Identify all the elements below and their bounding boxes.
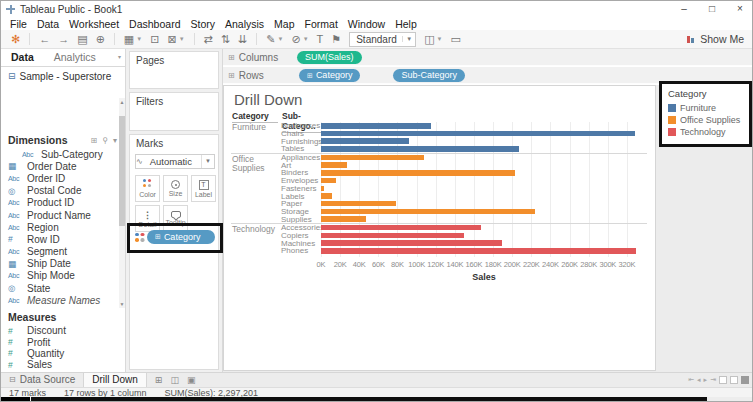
save-icon[interactable]: ▤ bbox=[73, 31, 91, 47]
fix-axes-icon[interactable]: ⚑ bbox=[327, 31, 345, 47]
bar-binders[interactable] bbox=[321, 170, 515, 176]
columns-shelf[interactable]: ⊞ Columns SUM(Sales) bbox=[223, 49, 753, 66]
scroll-thumb[interactable] bbox=[119, 116, 125, 226]
marks-button-label[interactable]: TLabel bbox=[191, 175, 216, 202]
undo-icon[interactable]: ← bbox=[35, 31, 54, 47]
new-story-icon[interactable]: ▣ bbox=[187, 375, 196, 385]
tableau-logo-icon[interactable]: ✻ bbox=[7, 31, 24, 47]
new-worksheet-icon[interactable]: ⊞ bbox=[155, 375, 163, 385]
show-tabs-tile[interactable] bbox=[719, 376, 727, 384]
sort-menu-icon[interactable]: ▾ bbox=[113, 136, 117, 145]
presentation-mode-icon[interactable]: ▭ bbox=[447, 31, 465, 47]
new-dashboard-icon[interactable]: ◫ bbox=[170, 375, 179, 385]
field-postal-code[interactable]: ◎Postal Code bbox=[1, 185, 119, 197]
legend-item-furniture[interactable]: Furniture bbox=[668, 102, 743, 114]
highlight-icon[interactable]: ✎▼ bbox=[262, 31, 287, 47]
menu-story[interactable]: Story bbox=[185, 18, 220, 30]
duplicate-sheet-icon[interactable]: ⊡ bbox=[146, 31, 163, 47]
tab-nav-last-icon[interactable]: ⇥ bbox=[710, 376, 716, 384]
menu-window[interactable]: Window bbox=[343, 18, 390, 30]
pane-menu-icon[interactable]: ▾ bbox=[118, 49, 125, 66]
group-members-icon[interactable]: ⊘▼ bbox=[287, 31, 312, 47]
bar-tables[interactable] bbox=[321, 146, 519, 152]
mark-type-dropdown[interactable]: ∿ Automatic ▼ bbox=[135, 154, 215, 169]
maximize-button[interactable]: □ bbox=[698, 1, 726, 17]
bar-furnishings[interactable] bbox=[321, 138, 409, 144]
new-data-source-icon[interactable]: ⊕ bbox=[92, 31, 109, 47]
bar-art[interactable] bbox=[321, 162, 347, 168]
find-field-icon[interactable]: ⚲ bbox=[102, 136, 108, 145]
tab-analytics[interactable]: Analytics bbox=[44, 49, 106, 66]
tab-nav-next-icon[interactable]: ▸ bbox=[704, 376, 708, 384]
close-button[interactable]: × bbox=[726, 1, 753, 17]
bar-paper[interactable] bbox=[321, 201, 396, 207]
field-profit[interactable]: #Profit bbox=[1, 336, 119, 347]
legend-item-technology[interactable]: Technology bbox=[668, 126, 743, 138]
menu-format[interactable]: Format bbox=[300, 18, 343, 30]
legend-item-office-supplies[interactable]: Office Supplies bbox=[668, 114, 743, 126]
fit-mode-select[interactable]: Standard ▼ bbox=[349, 32, 416, 47]
clear-sheet-icon[interactable]: ⊠▼ bbox=[163, 31, 188, 47]
menu-file[interactable]: File bbox=[5, 18, 32, 30]
field-order-id[interactable]: AbcOrder ID bbox=[1, 172, 119, 184]
field-region[interactable]: AbcRegion bbox=[1, 221, 119, 233]
menu-map[interactable]: Map bbox=[269, 18, 299, 30]
menu-worksheet[interactable]: Worksheet bbox=[64, 18, 124, 30]
bar-envelopes[interactable] bbox=[321, 178, 336, 184]
menu-analysis[interactable]: Analysis bbox=[220, 18, 269, 30]
field-order-date[interactable]: ▦Order Date bbox=[1, 160, 119, 172]
field-discount[interactable]: #Discount bbox=[1, 325, 119, 336]
field-sales[interactable]: #Sales bbox=[1, 359, 119, 370]
minimize-button[interactable]: – bbox=[670, 1, 698, 17]
bar-fasteners[interactable] bbox=[321, 186, 324, 192]
tab-drill-down[interactable]: Drill Down bbox=[83, 373, 147, 387]
field-ship-date[interactable]: ▦Ship Date bbox=[1, 258, 119, 270]
scroll-up-icon[interactable]: ▲ bbox=[119, 99, 125, 105]
bar-bookcases[interactable] bbox=[321, 123, 431, 129]
menu-help[interactable]: Help bbox=[390, 18, 422, 30]
show-filmstrip-tile[interactable] bbox=[730, 376, 738, 384]
view-grid-icon[interactable]: ⊞ bbox=[90, 136, 97, 145]
field-product-id[interactable]: AbcProduct ID bbox=[1, 197, 119, 209]
menu-data[interactable]: Data bbox=[32, 18, 64, 30]
filters-card[interactable]: Filters bbox=[129, 92, 219, 131]
bar-accessories[interactable] bbox=[321, 225, 481, 231]
pages-card[interactable]: Pages bbox=[129, 51, 219, 89]
marks-button-size[interactable]: Size bbox=[163, 175, 188, 202]
field-row-id[interactable]: #Row ID bbox=[1, 233, 119, 245]
menu-dashboard[interactable]: Dashboard bbox=[124, 18, 185, 30]
show-sheet-tile[interactable] bbox=[741, 376, 749, 384]
pill-category[interactable]: ⊞ Category bbox=[299, 69, 360, 82]
pill-sum-sales[interactable]: SUM(Sales) bbox=[297, 51, 362, 64]
field-measure-names[interactable]: AbcMeasure Names bbox=[1, 294, 119, 306]
tab-nav-prev-icon[interactable]: ◂ bbox=[697, 376, 701, 384]
bar-copiers[interactable] bbox=[321, 233, 464, 239]
swap-rows-columns-icon[interactable]: ⇄ bbox=[200, 31, 217, 47]
bar-chairs[interactable] bbox=[321, 131, 635, 137]
data-source-item[interactable]: ⊟ Sample - Superstore bbox=[1, 68, 125, 84]
tab-nav-first-icon[interactable]: ⇤ bbox=[688, 376, 694, 384]
dimensions-scrollbar[interactable]: ▲ ▼ bbox=[119, 98, 125, 308]
bar-labels[interactable] bbox=[321, 193, 332, 199]
field-product-name[interactable]: AbcProduct Name bbox=[1, 209, 119, 221]
sort-descending-icon[interactable]: ⇊ bbox=[234, 31, 251, 47]
show-mark-labels-icon[interactable]: T bbox=[313, 31, 328, 47]
field-ship-mode[interactable]: AbcShip Mode bbox=[1, 270, 119, 282]
bar-storage[interactable] bbox=[321, 209, 535, 215]
scroll-down-icon[interactable]: ▼ bbox=[119, 301, 125, 307]
new-worksheet-icon[interactable]: ▦▼ bbox=[120, 31, 146, 47]
tab-data[interactable]: Data bbox=[1, 49, 44, 66]
show-hide-cards-icon[interactable]: ◫▼ bbox=[420, 31, 446, 47]
bar-phones[interactable] bbox=[321, 248, 636, 254]
field-sub-category[interactable]: AbcSub-Category bbox=[1, 148, 119, 160]
pill-sub-category[interactable]: Sub-Category bbox=[393, 69, 465, 82]
marks-button-color[interactable]: Color bbox=[135, 175, 160, 202]
show-me-button[interactable]: Show Me bbox=[687, 33, 748, 45]
bar-machines[interactable] bbox=[321, 240, 502, 246]
field-quantity[interactable]: #Quantity bbox=[1, 348, 119, 359]
bar-supplies[interactable] bbox=[321, 216, 366, 222]
sort-ascending-icon[interactable]: ⇅ bbox=[217, 31, 234, 47]
field-segment[interactable]: AbcSegment bbox=[1, 246, 119, 258]
bar-appliances[interactable] bbox=[321, 155, 424, 161]
redo-icon[interactable]: → bbox=[54, 31, 73, 47]
